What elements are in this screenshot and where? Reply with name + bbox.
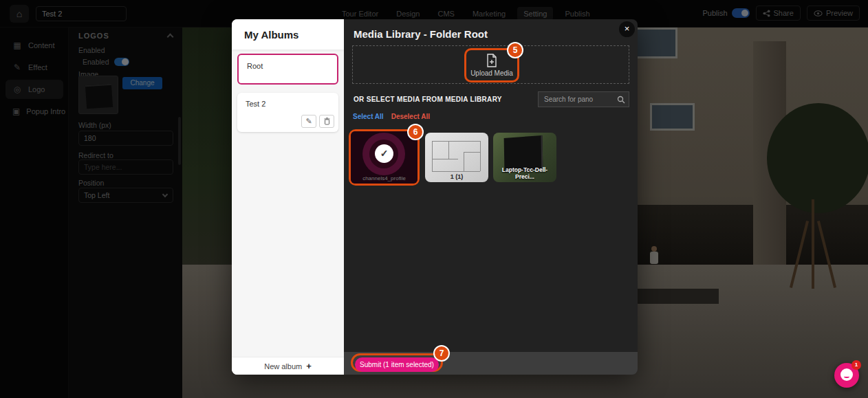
chat-notification-badge: 1 <box>851 360 861 370</box>
media-item[interactable]: 1 (1) <box>425 133 488 182</box>
search-box <box>538 91 629 107</box>
upload-file-icon <box>486 54 497 67</box>
media-item-name: channels4_profile <box>351 175 417 181</box>
select-all-link[interactable]: Select All <box>353 113 384 120</box>
media-item-name: 1 (1) <box>425 173 488 180</box>
annotation-step-5: 5 <box>507 42 523 58</box>
albums-title: My Albums <box>244 29 299 41</box>
media-library-panel: Media Library - Folder Root × Upload Med… <box>344 19 638 375</box>
media-library-title: Media Library - Folder Root <box>354 28 488 40</box>
new-album-label: New album <box>264 362 302 371</box>
albums-panel: My Albums Root Test 2 ✎ <box>232 19 344 375</box>
delete-album-button[interactable] <box>319 115 334 128</box>
select-media-heading: OR SELECT MEDIA FROM MEDIA LIBRARY <box>354 96 502 103</box>
media-item[interactable]: Laptop-Tcc-Dell-Preci... <box>493 133 556 182</box>
chat-launcher[interactable]: 1 <box>834 363 859 388</box>
submit-highlight: Submit (1 item selected) <box>351 353 443 372</box>
deselect-all-link[interactable]: Deselect All <box>391 113 430 120</box>
trash-icon <box>324 118 330 125</box>
media-library-footer: Submit (1 item selected) 7 <box>344 352 638 375</box>
upload-label: Upload Media <box>470 69 513 77</box>
album-name: Root <box>247 62 263 70</box>
album-card-root[interactable]: Root <box>237 54 338 85</box>
new-album-button[interactable]: New album + <box>232 357 344 375</box>
submit-button[interactable]: Submit (1 item selected) <box>355 357 439 372</box>
plus-icon: + <box>306 361 312 371</box>
selected-check-icon: ✓ <box>375 144 393 163</box>
annotation-step-7: 7 <box>433 345 450 362</box>
search-icon <box>617 96 625 104</box>
album-name: Test 2 <box>246 100 265 108</box>
app-window: ⌂ Tour Editor Design CMS Marketing Setti… <box>0 0 868 398</box>
pencil-icon: ✎ <box>305 117 312 126</box>
album-card-test2[interactable]: Test 2 ✎ <box>237 93 338 132</box>
media-thumbnail: ✓ channels4_profile <box>351 131 417 184</box>
close-icon[interactable]: × <box>619 21 635 37</box>
search-input[interactable] <box>539 92 629 107</box>
albums-header: My Albums <box>232 19 344 49</box>
annotation-step-6: 6 <box>407 124 424 140</box>
edit-album-button[interactable]: ✎ <box>301 115 316 128</box>
chat-icon <box>840 368 853 381</box>
media-item-name: Laptop-Tcc-Dell-Preci... <box>493 166 556 180</box>
media-library-modal: My Albums Root Test 2 ✎ <box>232 19 638 375</box>
